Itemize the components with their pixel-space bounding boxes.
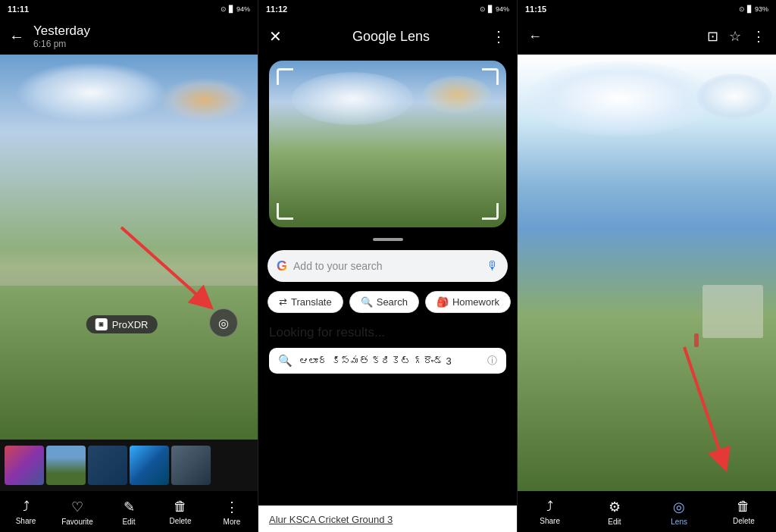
drag-handle	[373, 238, 403, 241]
status-bar-mid: 11:12 ⊙ ▊ 94%	[258, 0, 517, 18]
status-icons-mid: ⊙ ▊ 94%	[480, 5, 509, 13]
thumb-2[interactable]	[46, 446, 86, 485]
nav-edit-right[interactable]: ⚙ Edit	[582, 499, 646, 526]
delete-icon-right: 🗑	[737, 499, 750, 515]
translate-chip[interactable]: ⇄ Translate	[268, 291, 343, 313]
battery-mid: 94%	[496, 5, 509, 13]
homework-chip[interactable]: 🎒 Homework	[425, 291, 511, 313]
corner-tr	[482, 68, 499, 85]
bottom-result: Alur KSCA Cricket Ground 3	[258, 505, 517, 532]
bottom-nav-left: ⤴ Share ♡ Favourite ✎ Edit 🗑 Delete ⋮ Mo…	[0, 491, 258, 532]
lens-title: Google Lens	[291, 29, 491, 45]
status-bar-right: 11:15 ⊙ ▊ 93%	[518, 0, 776, 18]
fav-label-left: Favourite	[61, 518, 93, 526]
google-logo: G	[277, 258, 287, 274]
wifi-icon: ⊙	[221, 5, 227, 13]
wifi-icon-right: ⊙	[739, 5, 745, 13]
wifi-icon-mid: ⊙	[480, 5, 486, 13]
nav-fav-left[interactable]: ♡ Favourite	[52, 499, 103, 526]
time-mid: 11:12	[266, 5, 287, 14]
nav-lens-right[interactable]: ◎ Lens	[647, 499, 712, 526]
status-bar-left: 11:11 ⊙ ▊ 94%	[0, 0, 258, 18]
cast-button[interactable]: ⊡	[707, 28, 718, 45]
nav-share-right[interactable]: ⤴ Share	[518, 499, 582, 526]
back-button-left[interactable]: ←	[9, 28, 24, 45]
results-area: Looking for results... 🔍 ఆలూర్ కిస్మత్ క…	[258, 319, 517, 505]
search-bar-container: G Add to your search 🎙	[258, 244, 517, 288]
appbar-mid: ✕ Google Lens ⋮	[258, 18, 517, 55]
status-icons-left: ⊙ ▊ 94%	[221, 5, 250, 13]
edit-label-left: Edit	[122, 518, 135, 526]
person-right	[694, 333, 699, 347]
thumb-5[interactable]	[171, 446, 211, 485]
search-hint: Add to your search	[293, 260, 480, 272]
more-label-left: More	[224, 518, 241, 526]
title-col-left: Yesterday 6:16 pm	[33, 23, 249, 49]
lens-fab-icon: ◎	[218, 316, 229, 330]
corner-br	[482, 203, 499, 220]
thumbnails-strip	[0, 440, 258, 491]
translate-label: Translate	[291, 296, 332, 308]
right-panel: 11:15 ⊙ ▊ 93% ← ⊡ ☆ ⋮	[518, 0, 776, 532]
buildings-left	[0, 248, 258, 286]
looking-text: Looking for results...	[269, 325, 506, 340]
edit-icon-right: ⚙	[609, 499, 621, 515]
more-button-right[interactable]: ⋮	[752, 28, 765, 45]
microphone-icon[interactable]: 🎙	[487, 259, 499, 273]
proxdr-badge: ▣ ProXDR	[86, 315, 158, 333]
lens-label-right: Lens	[671, 518, 687, 526]
time-right: 11:15	[525, 5, 546, 14]
bottom-result-title[interactable]: Alur KSCA Cricket Ground 3	[269, 514, 393, 525]
fav-icon-left: ♡	[71, 499, 83, 515]
result-info-icon: ⓘ	[487, 354, 497, 368]
right-appbar-icons: ⊡ ☆ ⋮	[707, 28, 765, 45]
translate-icon: ⇄	[279, 296, 287, 308]
back-button-right[interactable]: ←	[528, 29, 542, 45]
corner-bl	[277, 203, 293, 220]
proxdr-label: ProXDR	[112, 319, 149, 330]
nav-edit-left[interactable]: ✎ Edit	[103, 499, 155, 526]
mid-photo-frame	[269, 61, 506, 227]
search-bar[interactable]: G Add to your search 🎙	[268, 250, 508, 282]
appbar-right: ← ⊡ ☆ ⋮	[518, 18, 776, 55]
lens-fab-button[interactable]: ◎	[209, 308, 238, 337]
close-button-mid[interactable]: ✕	[269, 27, 282, 45]
main-photo-right	[518, 55, 776, 491]
result-row[interactable]: 🔍 ఆలూర్ కిస్మత్ క్రికెట్ గ్రౌండ్ 3 ⓘ	[269, 348, 506, 374]
thumb-1[interactable]	[5, 446, 44, 485]
battery-left: 94%	[236, 5, 250, 13]
mid-photo-container	[258, 55, 517, 233]
nav-share-left[interactable]: ⤴ Share	[0, 499, 52, 526]
share-icon-left: ⤴	[23, 499, 30, 515]
share-label-right: Share	[540, 517, 560, 525]
buildings-right	[702, 285, 763, 338]
nav-delete-left[interactable]: 🗑 Delete	[155, 499, 206, 526]
result-search-icon: 🔍	[278, 354, 293, 368]
more-button-mid[interactable]: ⋮	[491, 27, 506, 45]
delete-icon-left: 🗑	[174, 499, 187, 515]
search-chip[interactable]: 🔍 Search	[349, 291, 419, 313]
delete-label-left: Delete	[170, 517, 192, 525]
share-label-left: Share	[16, 517, 36, 525]
search-chip-label: Search	[377, 296, 408, 308]
page-title-left: Yesterday	[33, 23, 249, 39]
edit-icon-left: ✎	[124, 499, 135, 515]
battery-right: 93%	[755, 5, 768, 13]
edit-label-right: Edit	[608, 518, 621, 526]
thumb-4[interactable]	[130, 446, 169, 485]
share-icon-right: ⤴	[546, 499, 553, 515]
nav-more-left[interactable]: ⋮ More	[206, 499, 258, 526]
frame-corners	[269, 61, 506, 227]
left-panel: 11:11 ⊙ ▊ 94% ← Yesterday 6:16 pm ▣ ProX…	[0, 0, 258, 532]
star-button[interactable]: ☆	[729, 28, 741, 45]
delete-label-right: Delete	[733, 517, 755, 525]
status-icons-right: ⊙ ▊ 93%	[739, 5, 768, 13]
corner-tl	[277, 68, 293, 85]
page-subtitle-left: 6:16 pm	[33, 39, 249, 49]
proxdr-icon: ▣	[95, 318, 108, 330]
thumb-3[interactable]	[88, 446, 127, 485]
search-chip-icon: 🔍	[361, 296, 373, 308]
nav-delete-right[interactable]: 🗑 Delete	[712, 499, 776, 526]
lens-icon-right: ◎	[673, 499, 685, 515]
signal-icon: ▊	[229, 5, 234, 13]
